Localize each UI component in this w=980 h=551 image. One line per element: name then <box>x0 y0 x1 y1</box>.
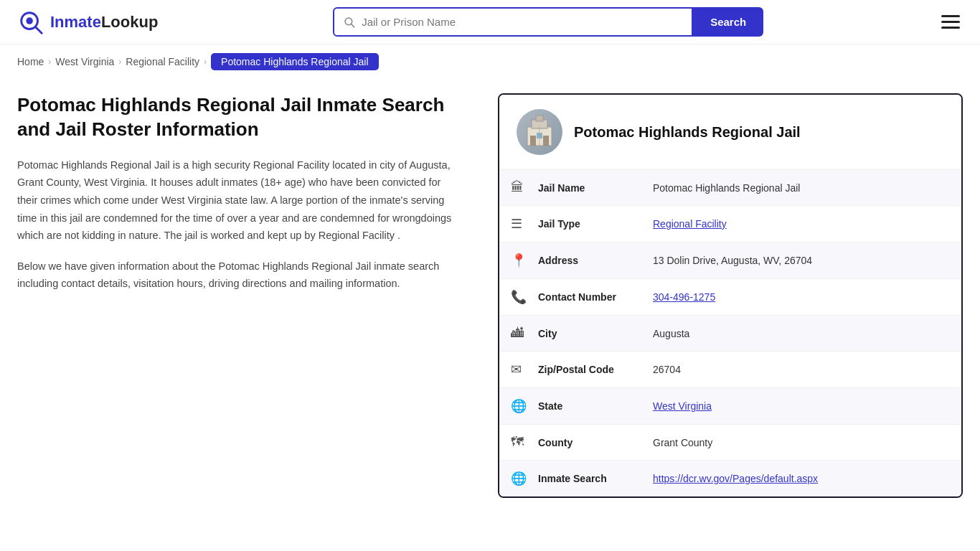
row-label: Contact Number <box>532 279 647 316</box>
breadcrumb-sep-1: › <box>48 57 51 67</box>
svg-point-1 <box>26 17 33 24</box>
description-1: Potomac Highlands Regional Jail is a hig… <box>17 156 462 245</box>
row-icon: 🏙 <box>499 316 532 352</box>
right-column: Potomac Highlands Regional Jail 🏛Jail Na… <box>498 93 963 498</box>
breadcrumb-active: Potomac Highlands Regional Jail <box>211 53 378 70</box>
row-label: Zip/Postal Code <box>532 352 647 388</box>
breadcrumb: Home › West Virginia › Regional Facility… <box>0 44 980 79</box>
hamburger-line-3 <box>941 27 960 29</box>
search-input[interactable] <box>362 9 683 35</box>
card-header: Potomac Highlands Regional Jail <box>499 95 961 170</box>
row-icon: 🌐 <box>499 388 532 425</box>
row-icon: 🏛 <box>499 170 532 206</box>
breadcrumb-sep-3: › <box>204 57 207 67</box>
svg-line-4 <box>352 24 354 27</box>
table-row: 🏛Jail NamePotomac Highlands Regional Jai… <box>499 170 961 206</box>
table-row: 🌐StateWest Virginia <box>499 388 961 425</box>
svg-rect-8 <box>530 136 536 146</box>
svg-rect-9 <box>543 136 549 146</box>
table-row: 🗺CountyGrant County <box>499 425 961 461</box>
hamburger-line-2 <box>941 21 960 23</box>
row-icon: 🗺 <box>499 425 532 461</box>
row-label: City <box>532 316 647 352</box>
breadcrumb-home[interactable]: Home <box>17 56 44 67</box>
description-2: Below we have given information about th… <box>17 258 462 293</box>
logo-text: InmateLookup <box>50 13 158 32</box>
row-label: Jail Type <box>532 206 647 242</box>
table-row: 🌐Inmate Searchhttps://dcr.wv.gov/Pages/d… <box>499 461 961 497</box>
info-card: Potomac Highlands Regional Jail 🏛Jail Na… <box>498 93 963 498</box>
svg-rect-7 <box>536 116 543 121</box>
row-link[interactable]: 304-496-1275 <box>653 291 715 303</box>
row-icon: 🌐 <box>499 461 532 497</box>
search-input-wrapper <box>333 7 693 37</box>
row-value[interactable]: Regional Facility <box>647 206 961 242</box>
row-icon: 📍 <box>499 242 532 279</box>
page-title: Potomac Highlands Regional Jail Inmate S… <box>17 93 462 142</box>
table-row: ✉Zip/Postal Code26704 <box>499 352 961 388</box>
row-value: 13 Dolin Drive, Augusta, WV, 26704 <box>647 242 961 279</box>
search-button[interactable]: Search <box>693 7 763 37</box>
row-value: Augusta <box>647 316 961 352</box>
left-column: Potomac Highlands Regional Jail Inmate S… <box>17 93 476 498</box>
row-icon: 📞 <box>499 279 532 316</box>
row-value: 26704 <box>647 352 961 388</box>
breadcrumb-sep-2: › <box>118 57 121 67</box>
table-row: ☰Jail TypeRegional Facility <box>499 206 961 242</box>
logo-link[interactable]: InmateLookup <box>17 9 158 36</box>
jail-thumbnail <box>517 109 562 155</box>
row-value: Potomac Highlands Regional Jail <box>647 170 961 206</box>
logo-icon <box>17 9 44 36</box>
row-icon: ✉ <box>499 352 532 388</box>
row-value[interactable]: 304-496-1275 <box>647 279 961 316</box>
table-row: 📞Contact Number304-496-1275 <box>499 279 961 316</box>
row-link[interactable]: Regional Facility <box>653 218 727 230</box>
hamburger-menu[interactable] <box>938 12 963 32</box>
row-label: State <box>532 388 647 425</box>
row-label: Jail Name <box>532 170 647 206</box>
row-label: Address <box>532 242 647 279</box>
row-value[interactable]: https://dcr.wv.gov/Pages/default.aspx <box>647 461 961 497</box>
row-link[interactable]: https://dcr.wv.gov/Pages/default.aspx <box>653 473 818 484</box>
row-label: Inmate Search <box>532 461 647 497</box>
table-row: 📍Address13 Dolin Drive, Augusta, WV, 267… <box>499 242 961 279</box>
row-label: County <box>532 425 647 461</box>
breadcrumb-west-virginia[interactable]: West Virginia <box>55 56 114 67</box>
table-row: 🏙CityAugusta <box>499 316 961 352</box>
search-bar: Search <box>333 7 763 37</box>
breadcrumb-regional-facility[interactable]: Regional Facility <box>126 56 199 67</box>
info-table: 🏛Jail NamePotomac Highlands Regional Jai… <box>499 170 961 496</box>
row-value[interactable]: West Virginia <box>647 388 961 425</box>
row-icon: ☰ <box>499 206 532 242</box>
row-value: Grant County <box>647 425 961 461</box>
building-icon <box>522 114 557 150</box>
svg-line-2 <box>36 27 42 33</box>
card-title: Potomac Highlands Regional Jail <box>574 124 801 141</box>
search-icon <box>343 16 356 29</box>
main-content: Potomac Highlands Regional Jail Inmate S… <box>0 79 980 527</box>
header: InmateLookup Search <box>0 0 980 44</box>
hamburger-line-1 <box>941 15 960 17</box>
row-link[interactable]: West Virginia <box>653 400 712 412</box>
